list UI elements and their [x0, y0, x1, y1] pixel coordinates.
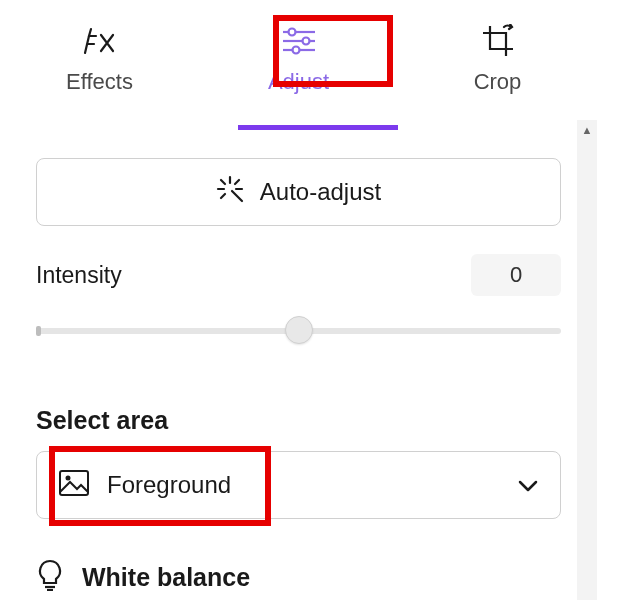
tab-adjust-label: Adjust: [268, 69, 329, 95]
auto-adjust-label: Auto-adjust: [260, 178, 381, 206]
scrollbar[interactable]: ▲: [577, 120, 597, 600]
tab-crop[interactable]: Crop: [428, 25, 568, 95]
tab-crop-label: Crop: [474, 69, 522, 95]
crop-icon: [481, 25, 515, 57]
tab-effects[interactable]: Effects: [30, 25, 170, 95]
active-tab-indicator: [238, 125, 398, 130]
white-balance-section[interactable]: White balance: [36, 559, 561, 595]
auto-adjust-button[interactable]: Auto-adjust: [36, 158, 561, 226]
svg-point-5: [292, 47, 299, 54]
tab-adjust[interactable]: Adjust: [229, 25, 369, 95]
intensity-value[interactable]: 0: [471, 254, 561, 296]
slider-tick-start: [36, 326, 41, 336]
svg-line-7: [221, 180, 225, 184]
image-icon: [59, 470, 89, 500]
select-area-heading: Select area: [36, 406, 561, 435]
slider-thumb[interactable]: [285, 316, 313, 344]
bulb-icon: [36, 559, 64, 595]
fx-icon: [83, 25, 117, 57]
svg-point-1: [288, 29, 295, 36]
select-area-dropdown[interactable]: Foreground: [36, 451, 561, 519]
select-area-selected: Foreground: [107, 471, 518, 499]
magic-icon: [216, 175, 244, 209]
svg-rect-13: [60, 471, 88, 495]
chevron-down-icon: [518, 474, 538, 497]
svg-line-12: [232, 191, 242, 201]
sliders-icon: [281, 25, 317, 57]
svg-line-11: [221, 194, 225, 198]
scrollbar-up-icon[interactable]: ▲: [577, 120, 597, 140]
white-balance-label: White balance: [82, 563, 250, 592]
intensity-slider[interactable]: [36, 318, 561, 346]
tab-effects-label: Effects: [66, 69, 133, 95]
svg-point-14: [67, 477, 70, 480]
svg-point-3: [302, 38, 309, 45]
intensity-label: Intensity: [36, 262, 122, 289]
svg-line-8: [235, 180, 239, 184]
edit-tabs: Effects Adjust: [0, 0, 597, 130]
